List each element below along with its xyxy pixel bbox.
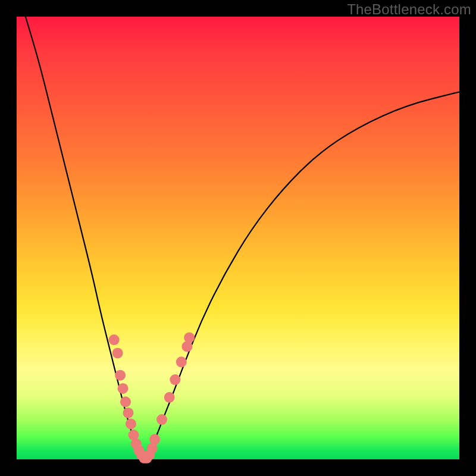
data-marker: [123, 408, 133, 418]
data-marker: [126, 418, 136, 429]
data-marker: [170, 374, 180, 385]
bottleneck-curve: [26, 17, 144, 459]
data-marker: [149, 434, 160, 445]
data-marker: [176, 356, 187, 367]
data-marker: [156, 414, 167, 425]
data-marker: [164, 392, 175, 403]
data-marker: [184, 332, 195, 343]
data-marker: [112, 347, 123, 358]
watermark-label: TheBottleneck.com: [347, 1, 471, 18]
data-marker: [118, 383, 129, 394]
data-marker: [109, 334, 120, 345]
data-marker: [120, 396, 131, 407]
plot-area: [17, 17, 459, 459]
chart-svg: [17, 17, 459, 459]
bottleneck-curve: [144, 92, 459, 459]
data-marker: [115, 370, 126, 381]
chart-frame: TheBottleneck.com: [0, 0, 476, 476]
